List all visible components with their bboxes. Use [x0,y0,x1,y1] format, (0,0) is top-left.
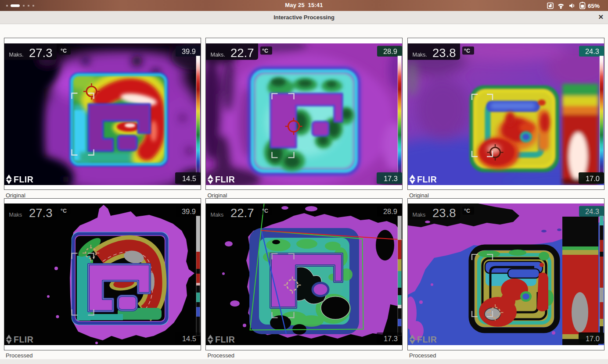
svg-text:FLIR: FLIR [14,175,33,184]
svg-text:FLIR: FLIR [417,175,437,184]
svg-text:17.3: 17.3 [384,174,398,182]
svg-text:14.5: 14.5 [182,174,196,182]
svg-text:28.9: 28.9 [383,207,397,215]
svg-text:FLIR: FLIR [14,335,33,344]
svg-text:Maks: Maks [211,212,224,218]
svg-text:FLIR: FLIR [417,335,437,344]
svg-text:22.7: 22.7 [230,206,254,220]
svg-text:24.3: 24.3 [585,47,599,55]
svg-text:Maks.: Maks. [9,52,23,58]
svg-text:17.0: 17.0 [585,174,599,182]
svg-text:28.9: 28.9 [383,47,397,55]
svg-text:39.9: 39.9 [181,47,195,55]
svg-text:FLIR: FLIR [215,175,235,184]
svg-text:°C: °C [61,48,67,54]
svg-text:27.3: 27.3 [29,46,53,60]
svg-text:Maks.: Maks. [211,52,225,58]
svg-text:22.7: 22.7 [230,46,254,60]
svg-text:23.8: 23.8 [432,206,456,220]
svg-text:65%: 65% [588,3,600,9]
svg-text:Maks: Maks [412,212,425,218]
svg-text:39.9: 39.9 [181,207,195,215]
svg-text:17.0: 17.0 [585,335,599,343]
svg-text:17.3: 17.3 [384,335,398,343]
svg-text:°C: °C [262,208,268,214]
svg-text:°C: °C [464,208,470,214]
svg-text:Maks: Maks [9,212,22,218]
svg-text:27.3: 27.3 [29,206,53,220]
svg-text:°C: °C [61,208,67,214]
svg-text:23.8: 23.8 [432,46,456,60]
svg-text:°C: °C [464,48,470,54]
svg-text:24.3: 24.3 [585,207,599,215]
svg-text:Maks.: Maks. [412,52,427,58]
svg-text:°C: °C [262,48,268,54]
svg-text:14.5: 14.5 [182,335,196,343]
svg-text:FLIR: FLIR [215,335,235,344]
